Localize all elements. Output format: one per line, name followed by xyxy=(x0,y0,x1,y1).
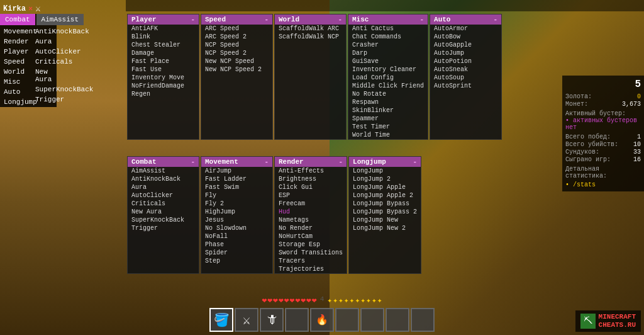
move-item-noslowdown[interactable]: No Slowdown xyxy=(201,224,272,232)
misc-item-norotate[interactable]: No Rotate xyxy=(348,90,428,98)
speed-item-newncp[interactable]: New NCP Speed xyxy=(201,57,272,65)
speed-item-ncp[interactable]: NCP Speed xyxy=(201,41,272,49)
aim-item-superknockback[interactable]: SuperKnockBack xyxy=(31,84,63,94)
misc-item-worldtime[interactable]: World Time xyxy=(348,131,428,139)
auto-item-autojump[interactable]: AutoJump xyxy=(430,49,501,57)
misc-item-chatcmds[interactable]: Chat Commands xyxy=(348,33,428,41)
hotbar-slot-6[interactable] xyxy=(335,308,359,332)
player-item-fastplace[interactable]: Fast Place xyxy=(128,57,199,65)
misc-item-darp[interactable]: Darp xyxy=(348,49,428,57)
render-item-clickgui[interactable]: Click Gui xyxy=(275,183,347,191)
panel-misc-collapse[interactable]: - xyxy=(419,16,424,23)
panel-world-collapse[interactable]: - xyxy=(338,16,342,23)
sidebar-item-speed[interactable]: Speed xyxy=(0,57,31,67)
move-item-phase[interactable]: Phase xyxy=(201,241,272,249)
lj-item-apple2[interactable]: LongJump Apple 2 xyxy=(349,191,421,200)
sidebar-item-world[interactable]: World xyxy=(0,67,31,77)
panel-speed-collapse[interactable]: - xyxy=(264,16,269,23)
misc-item-skinblinker[interactable]: SkinBlinker xyxy=(348,106,428,115)
combat-item-criticals[interactable]: Criticals xyxy=(128,200,199,208)
player-item-blink[interactable]: Blink xyxy=(128,33,199,41)
world-item-scaffold-ncp[interactable]: ScaffoldWalk NCP xyxy=(275,33,346,41)
combat-item-aura[interactable]: Aura xyxy=(128,183,199,191)
move-item-spider[interactable]: Spider xyxy=(201,249,272,257)
sidebar-tab-aimassist[interactable]: AimAssist xyxy=(36,14,84,25)
combat-item-superknock[interactable]: SuperKnockBack xyxy=(128,216,199,224)
move-item-fly2[interactable]: Fly 2 xyxy=(201,200,272,208)
render-item-nametags[interactable]: Nametags xyxy=(275,216,347,224)
player-item-damage[interactable]: Damage xyxy=(128,49,199,57)
hotbar-slot-3[interactable]: 🗡 xyxy=(260,308,284,332)
lj-item-new[interactable]: LongJump New xyxy=(349,216,421,224)
auto-item-autosoup[interactable]: AutoSoup xyxy=(430,74,501,82)
speed-item-newncp2[interactable]: New NCP Speed 2 xyxy=(201,65,272,74)
move-item-fastswim[interactable]: Fast Swim xyxy=(201,183,272,191)
player-item-cheststealer[interactable]: Chest Stealer xyxy=(128,41,199,49)
auto-item-autopotion[interactable]: AutoPotion xyxy=(430,57,501,65)
world-item-scaffold-arc[interactable]: ScaffoldWalk ARC xyxy=(275,25,346,33)
render-item-hud[interactable]: Hud xyxy=(275,208,347,216)
lj-item-bypass[interactable]: LongJump Bypass xyxy=(349,200,421,208)
aim-item-autoclicker[interactable]: AutoClicker xyxy=(31,47,63,57)
auto-item-autosneak[interactable]: AutoSneak xyxy=(430,65,501,74)
lj-item-new2[interactable]: LongJump New 2 xyxy=(349,224,421,232)
move-item-highjump[interactable]: HighJump xyxy=(201,208,272,216)
sidebar-item-render[interactable]: Render xyxy=(0,37,31,47)
misc-item-testtimer[interactable]: Test Timer xyxy=(348,123,428,131)
sidebar-item-player[interactable]: Player xyxy=(0,47,31,57)
combat-item-autoclicker[interactable]: AutoClicker xyxy=(128,191,199,200)
render-item-antieffects[interactable]: Anti-Effects xyxy=(275,167,347,175)
hotbar-slot-2[interactable]: ⚔ xyxy=(235,308,258,332)
combat-item-newaura[interactable]: New Aura xyxy=(128,208,199,216)
render-item-nohurtcam[interactable]: NoHurtCam xyxy=(275,232,347,241)
lj-item-bypass2[interactable]: LongJump Bypass 2 xyxy=(349,208,421,216)
aim-item-antiknockback[interactable]: AntiKnockBack xyxy=(31,26,63,37)
sidebar-item-auto[interactable]: Auto xyxy=(0,87,31,97)
auto-item-autobow[interactable]: AutoBow xyxy=(430,33,501,41)
render-item-tracers[interactable]: Tracers xyxy=(275,257,347,265)
misc-item-respawn[interactable]: Respawn xyxy=(348,98,428,106)
render-item-swordtrans[interactable]: Sword Transitions xyxy=(275,249,347,257)
misc-item-loadconfig[interactable]: Load Config xyxy=(348,74,428,82)
move-item-airjump[interactable]: AirJump xyxy=(201,167,272,175)
aim-item-criticals[interactable]: Criticals xyxy=(31,57,63,67)
render-item-norender[interactable]: No Render xyxy=(275,224,347,232)
panel-auto-collapse[interactable]: - xyxy=(493,16,497,23)
panel-movement-collapse[interactable]: - xyxy=(264,158,269,166)
move-item-step[interactable]: Step xyxy=(201,257,272,265)
lj-item-longjump2[interactable]: LongJump 2 xyxy=(349,175,421,183)
misc-item-middleclick[interactable]: Middle Click Friend xyxy=(348,82,428,90)
misc-item-invcleaner[interactable]: Inventory Cleaner xyxy=(348,65,428,74)
sidebar-item-misc[interactable]: Misc xyxy=(0,77,31,87)
render-item-trajectories[interactable]: Trajectories xyxy=(275,265,347,273)
hotbar-slot-8[interactable] xyxy=(386,308,409,332)
misc-item-spammer[interactable]: Spammer xyxy=(348,115,428,123)
sidebar-tab-combat[interactable]: Combat xyxy=(0,14,35,25)
speed-item-ncp2[interactable]: NCP Speed 2 xyxy=(201,49,272,57)
render-item-esp[interactable]: ESP xyxy=(275,191,347,200)
misc-item-crasher[interactable]: Crasher xyxy=(348,41,428,49)
aim-item-trigger[interactable]: Trigger xyxy=(31,94,63,105)
sidebar-item-movement[interactable]: Movement xyxy=(0,26,31,37)
auto-item-autogapple[interactable]: AutoGapple xyxy=(430,41,501,49)
render-item-storageesp[interactable]: Storage Esp xyxy=(275,241,347,249)
combat-item-aimassist[interactable]: AimAssist xyxy=(128,167,199,175)
combat-item-antiknock[interactable]: AntiKnockBack xyxy=(128,175,199,183)
misc-item-guisave[interactable]: GuiSave xyxy=(348,57,428,65)
hotbar-slot-4[interactable] xyxy=(285,308,309,332)
panel-player-collapse[interactable]: - xyxy=(191,16,195,23)
player-item-fastuse[interactable]: Fast Use xyxy=(128,65,199,74)
render-item-freecam[interactable]: Freecam xyxy=(275,200,347,208)
hotbar-slot-5[interactable]: 🔥 xyxy=(310,308,334,332)
panel-combat-collapse[interactable]: - xyxy=(191,158,195,166)
speed-item-arc[interactable]: ARC Speed xyxy=(201,25,272,33)
player-item-invmove[interactable]: Inventory Move xyxy=(128,74,199,82)
hotbar-slot-9[interactable] xyxy=(411,308,435,332)
player-item-regen[interactable]: Regen xyxy=(128,90,199,98)
lj-item-apple[interactable]: LongJump Apple xyxy=(349,183,421,191)
aim-item-aura[interactable]: Aura xyxy=(31,37,63,47)
player-item-nofriend[interactable]: NoFriendDamage xyxy=(128,82,199,90)
aim-item-newaura[interactable]: New Aura xyxy=(31,67,63,84)
sidebar-item-longjump[interactable]: Longjump xyxy=(0,97,31,107)
player-item-antiafk[interactable]: AntiAFK xyxy=(128,25,199,33)
